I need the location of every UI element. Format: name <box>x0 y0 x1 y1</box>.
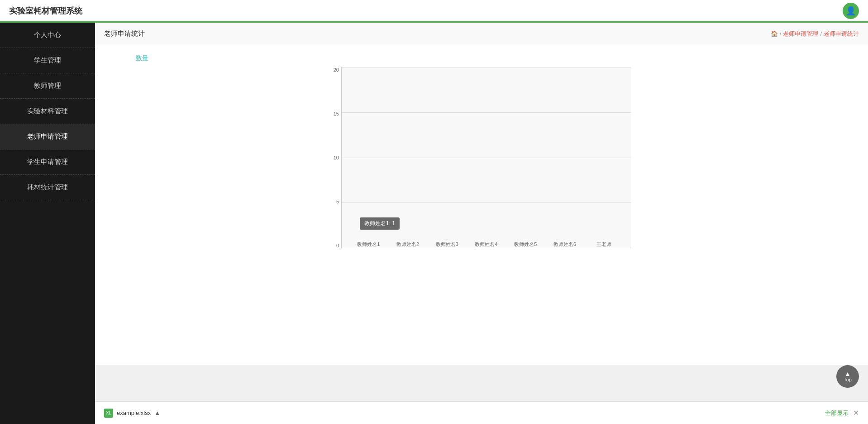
breadcrumb-link-teacher-application[interactable]: 老师申请管理 <box>783 30 818 38</box>
download-file-info: XL example.xlsx ▲ <box>104 409 160 418</box>
y-tick-10: 10 <box>334 155 339 160</box>
content-area: 老师申请统计 🏠 / 老师申请管理 / 老师申请统计 数量 20 15 10 5… <box>95 23 868 424</box>
bar-label-7: 王老师 <box>596 241 611 248</box>
close-download-button[interactable]: ✕ <box>853 409 859 417</box>
sidebar-item-teacher-application-management[interactable]: 老师申请管理 <box>0 124 95 149</box>
sidebar: 个人中心 学生管理 教师管理 实验材料管理 老师申请管理 学生申请管理 耗材统计… <box>0 23 95 424</box>
bar-group-7: 王老师 <box>586 238 622 248</box>
sidebar-item-teacher-management[interactable]: 教师管理 <box>0 73 95 99</box>
topbar: 实验室耗材管理系统 👤 <box>0 0 868 23</box>
bar-label-3: 教师姓名3 <box>436 241 458 248</box>
bar-label-5: 教师姓名5 <box>514 241 537 248</box>
y-tick-5: 5 <box>336 199 339 204</box>
sidebar-item-student-application-management[interactable]: 学生申请管理 <box>0 149 95 175</box>
bar-group-2: 教师姓名2 <box>390 238 426 248</box>
bar-group-6: 教师姓名6 <box>547 238 583 248</box>
breadcrumb-bar: 老师申请统计 🏠 / 老师申请管理 / 老师申请统计 <box>95 23 868 45</box>
bar-label-4: 教师姓名4 <box>475 241 497 248</box>
top-button-label: Top <box>844 377 852 382</box>
page-title: 老师申请统计 <box>104 29 145 38</box>
y-tick-15: 15 <box>334 111 339 116</box>
scroll-to-top-button[interactable]: ▲ Top <box>836 365 859 388</box>
chart-inner: 教师姓名1: 1 教师姓名1 教师姓名2 <box>341 67 631 248</box>
excel-file-icon: XL <box>104 409 113 418</box>
breadcrumb-separator-1: / <box>780 30 782 37</box>
download-bar: XL example.xlsx ▲ 全部显示 ✕ <box>95 401 868 424</box>
chevron-up-icon[interactable]: ▲ <box>154 410 160 416</box>
chart-area: 数量 20 15 10 5 0 <box>95 45 868 365</box>
user-avatar[interactable]: 👤 <box>843 3 859 19</box>
sidebar-item-personal-center[interactable]: 个人中心 <box>0 23 95 48</box>
download-actions: 全部显示 ✕ <box>825 409 859 417</box>
top-arrow-icon: ▲ <box>844 371 851 377</box>
breadcrumb: 🏠 / 老师申请管理 / 老师申请统计 <box>771 30 859 38</box>
sidebar-item-material-management[interactable]: 实验材料管理 <box>0 99 95 124</box>
chart-container: 20 15 10 5 0 教师姓名1: 1 <box>323 67 640 271</box>
expand-all-button[interactable]: 全部显示 <box>825 409 849 417</box>
app-title: 实验室耗材管理系统 <box>9 5 82 16</box>
sidebar-item-consumable-statistics-management[interactable]: 耗材统计管理 <box>0 175 95 200</box>
y-tick-20: 20 <box>334 67 339 72</box>
bar-label-2: 教师姓名2 <box>396 241 419 248</box>
download-file-name: example.xlsx <box>117 410 151 416</box>
main-layout: 个人中心 学生管理 教师管理 实验材料管理 老师申请管理 学生申请管理 耗材统计… <box>0 23 868 424</box>
bar-group-3: 教师姓名3 <box>429 238 465 248</box>
bar-label-1: 教师姓名1 <box>357 241 380 248</box>
bar-group-5: 教师姓名5 <box>508 238 544 248</box>
bar-group-4: 教师姓名4 <box>468 238 504 248</box>
home-icon[interactable]: 🏠 <box>771 30 778 37</box>
chart-y-axis-label[interactable]: 数量 <box>136 54 854 63</box>
bar-label-6: 教师姓名6 <box>553 241 576 248</box>
breadcrumb-link-teacher-application-stats[interactable]: 老师申请统计 <box>824 30 859 38</box>
sidebar-item-student-management[interactable]: 学生管理 <box>0 48 95 73</box>
bars-container: 教师姓名1 教师姓名2 教师姓名3 教师姓名4 <box>342 67 631 248</box>
breadcrumb-separator-2: / <box>820 30 822 37</box>
bar-group-1: 教师姓名1 <box>351 238 386 248</box>
y-tick-0: 0 <box>336 243 339 248</box>
footer-area <box>95 365 868 401</box>
